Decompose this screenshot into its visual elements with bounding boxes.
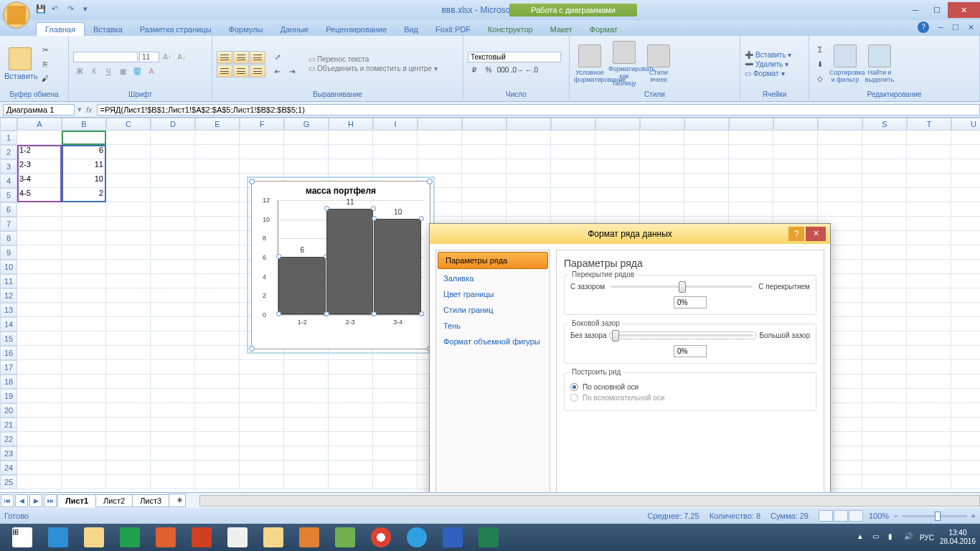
format-as-table-button[interactable]: Форматировать как таблицу bbox=[608, 41, 640, 87]
cell[interactable] bbox=[640, 174, 684, 188]
align-left[interactable] bbox=[217, 65, 232, 77]
cell[interactable] bbox=[773, 174, 818, 188]
overlap-slider[interactable] bbox=[611, 286, 753, 288]
italic-icon[interactable]: К bbox=[88, 65, 100, 77]
cell[interactable] bbox=[151, 260, 195, 274]
cell[interactable] bbox=[462, 159, 507, 174]
cell[interactable] bbox=[951, 260, 980, 274]
cell[interactable] bbox=[862, 174, 907, 188]
select-all-corner[interactable] bbox=[0, 118, 17, 131]
cell[interactable] bbox=[818, 174, 862, 188]
cell[interactable] bbox=[818, 145, 862, 159]
cell[interactable] bbox=[951, 375, 980, 389]
cell[interactable] bbox=[106, 217, 151, 231]
cell[interactable] bbox=[907, 159, 951, 174]
row-header[interactable]: 23 bbox=[0, 446, 17, 461]
cell[interactable] bbox=[106, 159, 151, 174]
cell[interactable] bbox=[729, 188, 773, 202]
cell[interactable] bbox=[195, 288, 240, 303]
column-header[interactable]: E bbox=[195, 118, 240, 131]
row-header[interactable]: 15 bbox=[0, 331, 17, 346]
cell[interactable] bbox=[106, 188, 151, 202]
cell[interactable] bbox=[195, 188, 240, 202]
cell[interactable] bbox=[373, 418, 418, 432]
cell[interactable] bbox=[907, 432, 951, 446]
cell[interactable] bbox=[462, 174, 507, 188]
align-right[interactable] bbox=[250, 65, 265, 77]
cell[interactable] bbox=[151, 418, 195, 432]
cell[interactable] bbox=[195, 418, 240, 432]
embedded-chart[interactable]: масса портфеля 02468101261-2112-3103-4 bbox=[251, 181, 430, 349]
cell[interactable] bbox=[951, 432, 980, 446]
cell[interactable] bbox=[951, 389, 980, 403]
cell[interactable] bbox=[62, 475, 106, 489]
taskbar-app2[interactable] bbox=[184, 525, 220, 550]
cell[interactable] bbox=[151, 475, 195, 489]
cell[interactable] bbox=[907, 145, 951, 159]
sheet-tab-3[interactable]: Лист3 bbox=[132, 494, 169, 507]
cell[interactable] bbox=[595, 159, 640, 174]
cell[interactable] bbox=[284, 475, 329, 489]
cell[interactable] bbox=[17, 475, 62, 489]
cell[interactable] bbox=[907, 131, 951, 145]
cell[interactable]: 2 bbox=[62, 188, 106, 202]
cell[interactable] bbox=[418, 145, 462, 159]
cell[interactable]: 11 bbox=[62, 159, 106, 174]
cell[interactable] bbox=[329, 389, 373, 403]
cell[interactable] bbox=[951, 303, 980, 317]
increase-font-icon[interactable]: A↑ bbox=[161, 50, 174, 63]
cell[interactable] bbox=[17, 432, 62, 446]
column-header[interactable]: B bbox=[62, 118, 106, 131]
cell[interactable] bbox=[862, 202, 907, 217]
cell[interactable] bbox=[329, 131, 373, 145]
cell[interactable] bbox=[862, 245, 907, 260]
cell[interactable] bbox=[907, 245, 951, 260]
cell[interactable] bbox=[907, 217, 951, 231]
cell[interactable] bbox=[951, 346, 980, 360]
taskbar-app6[interactable] bbox=[327, 525, 363, 550]
cell[interactable] bbox=[907, 403, 951, 418]
cell[interactable]: 3-4 bbox=[17, 174, 62, 188]
cell[interactable] bbox=[284, 360, 329, 375]
row-header[interactable]: 21 bbox=[0, 418, 17, 432]
cell[interactable] bbox=[329, 475, 373, 489]
cell[interactable] bbox=[729, 202, 773, 217]
cell[interactable] bbox=[62, 446, 106, 461]
cell[interactable] bbox=[17, 303, 62, 317]
find-select-button[interactable]: Найти и выделить bbox=[864, 44, 895, 83]
cell[interactable] bbox=[151, 403, 195, 418]
cell[interactable] bbox=[151, 188, 195, 202]
overlap-slider-thumb[interactable] bbox=[679, 281, 686, 293]
cell[interactable] bbox=[151, 446, 195, 461]
cell[interactable] bbox=[373, 432, 418, 446]
cell[interactable] bbox=[106, 174, 151, 188]
cell[interactable] bbox=[862, 303, 907, 317]
cell[interactable] bbox=[106, 475, 151, 489]
chart-handle-sw[interactable] bbox=[249, 346, 255, 352]
cell[interactable] bbox=[17, 360, 62, 375]
start-button[interactable]: ⊞ bbox=[4, 525, 40, 550]
cell[interactable] bbox=[106, 202, 151, 217]
column-header[interactable] bbox=[462, 118, 507, 131]
cell[interactable] bbox=[151, 202, 195, 217]
merge-center-button[interactable]: ▭Объединить и поместить в центре ▾ bbox=[308, 65, 438, 72]
cell[interactable] bbox=[329, 403, 373, 418]
cell[interactable] bbox=[684, 131, 729, 145]
cell[interactable] bbox=[907, 231, 951, 245]
bar[interactable] bbox=[326, 209, 374, 314]
taskbar-skype[interactable] bbox=[399, 525, 435, 550]
cell[interactable] bbox=[818, 131, 862, 145]
cell[interactable] bbox=[640, 159, 684, 174]
column-header[interactable]: G bbox=[284, 118, 329, 131]
nav-series-options[interactable]: Параметры ряда bbox=[438, 252, 548, 269]
cell[interactable] bbox=[951, 475, 980, 489]
chart-plot-area[interactable]: 02468101261-2112-3103-4 bbox=[278, 200, 424, 315]
cell[interactable] bbox=[62, 317, 106, 331]
cell[interactable] bbox=[62, 403, 106, 418]
cell[interactable] bbox=[195, 346, 240, 360]
column-header[interactable]: D bbox=[151, 118, 195, 131]
cell[interactable]: 6 bbox=[62, 145, 106, 159]
column-header[interactable] bbox=[551, 118, 595, 131]
taskbar-ie[interactable] bbox=[40, 525, 76, 550]
cell[interactable] bbox=[862, 159, 907, 174]
